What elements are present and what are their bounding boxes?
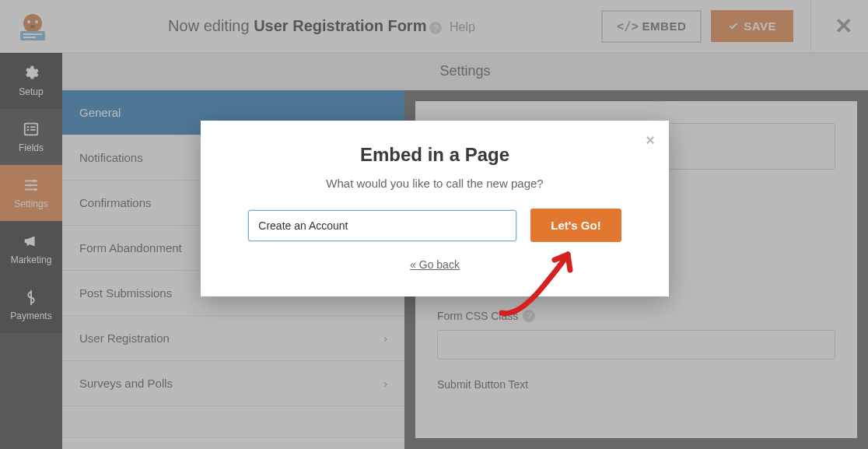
- modal-back-row: « Go back: [232, 258, 638, 272]
- embed-modal: × Embed in a Page What would you like to…: [201, 121, 669, 296]
- modal-input-row: Let's Go!: [232, 209, 638, 242]
- go-back-link[interactable]: « Go back: [410, 258, 460, 271]
- lets-go-button[interactable]: Let's Go!: [530, 209, 621, 242]
- modal-subtitle: What would you like to call the new page…: [232, 177, 638, 190]
- close-icon[interactable]: ×: [646, 132, 655, 149]
- page-name-input[interactable]: [248, 210, 516, 241]
- modal-title: Embed in a Page: [232, 144, 638, 166]
